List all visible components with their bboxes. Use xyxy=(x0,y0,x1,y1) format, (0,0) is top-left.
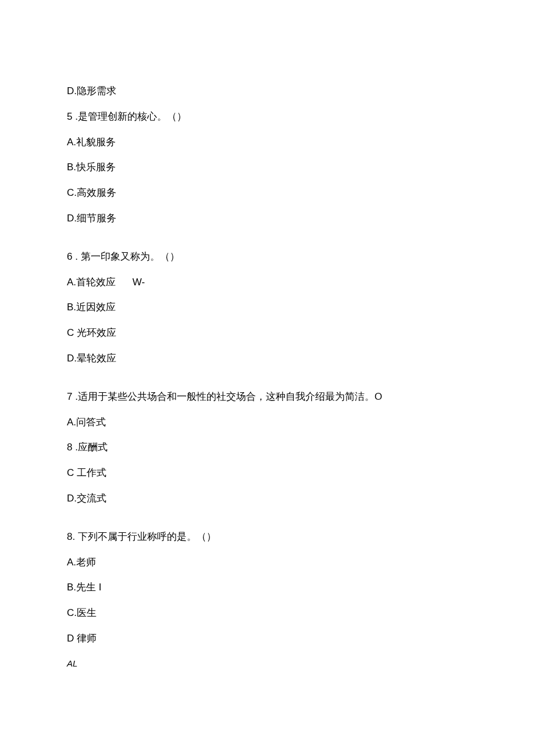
question-number: 8. xyxy=(67,530,75,544)
option-text: D.隐形需求 xyxy=(67,84,468,98)
question-text: .适用于某些公共场合和一般性的社交场合，这种自我介绍最为简洁。O xyxy=(72,391,382,402)
option-d: D.交流式 xyxy=(67,492,468,506)
option-c: C 工作式 xyxy=(67,466,468,480)
option-d: D 律师 xyxy=(67,632,468,646)
annotation-text: AL xyxy=(67,657,468,669)
option-d: D.细节服务 xyxy=(67,212,468,225)
question-5: 5 .是管理创新的核心。（） xyxy=(67,110,468,124)
question-6: 6 . 第一印象又称为。（） xyxy=(67,250,468,264)
option-b: B.近因效应 xyxy=(67,300,468,314)
question-text: . 第一印象又称为。（） xyxy=(72,251,179,262)
option-b: B.先生 I xyxy=(67,581,468,594)
option-a: A.礼貌服务 xyxy=(67,135,468,149)
annotation-text: W- xyxy=(133,275,145,289)
option-d: D.晕轮效应 xyxy=(67,352,468,366)
option-b-line: 8 .应酬式 xyxy=(67,440,468,454)
option-c: C.医生 xyxy=(67,606,468,620)
option-a: A.老师 xyxy=(67,556,468,569)
option-c: C.高效服务 xyxy=(67,186,468,200)
question-7: 7 .适用于某些公共场合和一般性的社交场合，这种自我介绍最为简洁。O xyxy=(67,390,468,404)
option-b: B.快乐服务 xyxy=(67,160,468,174)
option-a: A.首轮效应 W- xyxy=(67,275,468,289)
question-text: .是管理创新的核心。（） xyxy=(72,111,186,122)
option-text: A.首轮效应 xyxy=(67,277,116,288)
option-text: .应酬式 xyxy=(72,442,107,453)
question-text: 下列不属于行业称呼的是。（） xyxy=(75,531,216,542)
option-c: C 光环效应 xyxy=(67,326,468,340)
option-a: A.问答式 xyxy=(67,415,468,429)
question-8: 8. 下列不属于行业称呼的是。（） xyxy=(67,530,468,544)
